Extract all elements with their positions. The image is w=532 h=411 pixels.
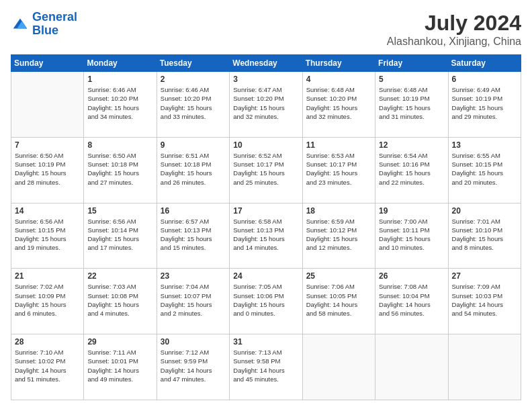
calendar-cell: 8Sunrise: 6:50 AMSunset: 10:18 PMDayligh… (84, 137, 157, 203)
calendar-header-row: SundayMondayTuesdayWednesdayThursdayFrid… (11, 55, 521, 72)
calendar-cell: 4Sunrise: 6:48 AMSunset: 10:20 PMDayligh… (302, 72, 375, 138)
day-number: 20 (452, 206, 517, 216)
day-info: Sunrise: 6:56 AMSunset: 10:15 PMDaylight… (15, 217, 80, 253)
day-info: Sunrise: 6:46 AMSunset: 10:20 PMDaylight… (87, 85, 152, 121)
logo-line1: General (32, 10, 77, 24)
calendar-header-monday: Monday (84, 55, 157, 72)
day-info: Sunrise: 7:11 AMSunset: 10:01 PMDaylight… (87, 348, 152, 383)
day-info: Sunrise: 6:51 AMSunset: 10:18 PMDaylight… (161, 151, 226, 187)
day-number: 11 (306, 140, 371, 150)
day-number: 8 (87, 140, 152, 150)
day-number: 9 (161, 140, 226, 150)
calendar-cell: 13Sunrise: 6:55 AMSunset: 10:15 PMDaylig… (448, 137, 521, 203)
day-info: Sunrise: 6:46 AMSunset: 10:20 PMDaylight… (161, 85, 226, 121)
calendar-cell: 26Sunrise: 7:08 AMSunset: 10:04 PMDaylig… (375, 269, 448, 334)
day-number: 3 (233, 75, 298, 84)
calendar-table: SundayMondayTuesdayWednesdayThursdayFrid… (11, 54, 521, 400)
day-info: Sunrise: 6:57 AMSunset: 10:13 PMDaylight… (161, 217, 226, 253)
day-info: Sunrise: 6:49 AMSunset: 10:19 PMDaylight… (452, 85, 517, 121)
logo-line2: Blue (32, 24, 58, 37)
day-number: 1 (87, 75, 152, 84)
day-info: Sunrise: 6:56 AMSunset: 10:14 PMDaylight… (87, 217, 152, 253)
day-number: 21 (15, 271, 80, 281)
calendar-cell: 21Sunrise: 7:02 AMSunset: 10:09 PMDaylig… (11, 269, 84, 334)
day-number: 15 (87, 206, 152, 216)
day-info: Sunrise: 6:48 AMSunset: 10:20 PMDaylight… (306, 85, 371, 121)
calendar-cell: 3Sunrise: 6:47 AMSunset: 10:20 PMDayligh… (230, 72, 302, 138)
calendar-cell (375, 334, 448, 400)
calendar-header-sunday: Sunday (11, 55, 84, 72)
day-info: Sunrise: 7:08 AMSunset: 10:04 PMDaylight… (379, 282, 444, 318)
calendar-cell: 12Sunrise: 6:54 AMSunset: 10:16 PMDaylig… (375, 137, 448, 203)
calendar-cell: 14Sunrise: 6:56 AMSunset: 10:15 PMDaylig… (11, 203, 84, 269)
calendar-header-thursday: Thursday (302, 55, 375, 72)
calendar-cell: 27Sunrise: 7:09 AMSunset: 10:03 PMDaylig… (448, 269, 521, 334)
day-info: Sunrise: 7:04 AMSunset: 10:07 PMDaylight… (161, 282, 226, 318)
day-number: 28 (15, 337, 80, 347)
day-number: 6 (452, 75, 517, 84)
day-number: 16 (161, 206, 226, 216)
day-info: Sunrise: 6:58 AMSunset: 10:13 PMDaylight… (233, 217, 298, 253)
calendar-week-4: 21Sunrise: 7:02 AMSunset: 10:09 PMDaylig… (11, 269, 521, 334)
day-number: 10 (233, 140, 298, 150)
day-info: Sunrise: 7:03 AMSunset: 10:08 PMDaylight… (87, 282, 152, 318)
header: General Blue July 2024 Alashankou, Xinji… (11, 11, 521, 48)
day-info: Sunrise: 7:06 AMSunset: 10:05 PMDaylight… (306, 282, 371, 318)
day-number: 5 (379, 75, 444, 84)
day-number: 17 (233, 206, 298, 216)
calendar-cell: 31Sunrise: 7:13 AMSunset: 9:58 PMDayligh… (230, 334, 302, 400)
day-info: Sunrise: 6:50 AMSunset: 10:19 PMDaylight… (15, 151, 80, 187)
calendar-cell: 17Sunrise: 6:58 AMSunset: 10:13 PMDaylig… (230, 203, 302, 269)
calendar-cell: 19Sunrise: 7:00 AMSunset: 10:11 PMDaylig… (375, 203, 448, 269)
calendar-cell: 29Sunrise: 7:11 AMSunset: 10:01 PMDaylig… (84, 334, 157, 400)
day-info: Sunrise: 7:02 AMSunset: 10:09 PMDaylight… (15, 282, 80, 318)
calendar-cell: 30Sunrise: 7:12 AMSunset: 9:59 PMDayligh… (157, 334, 229, 400)
day-info: Sunrise: 7:05 AMSunset: 10:06 PMDaylight… (233, 282, 298, 318)
day-info: Sunrise: 6:59 AMSunset: 10:12 PMDaylight… (306, 217, 371, 253)
day-number: 25 (306, 271, 371, 281)
calendar-cell: 25Sunrise: 7:06 AMSunset: 10:05 PMDaylig… (302, 269, 375, 334)
calendar-cell: 24Sunrise: 7:05 AMSunset: 10:06 PMDaylig… (230, 269, 302, 334)
location-title: Alashankou, Xinjiang, China (387, 36, 521, 48)
day-number: 18 (306, 206, 371, 216)
day-info: Sunrise: 6:54 AMSunset: 10:16 PMDaylight… (379, 151, 444, 187)
calendar-cell: 2Sunrise: 6:46 AMSunset: 10:20 PMDayligh… (157, 72, 229, 138)
day-info: Sunrise: 6:52 AMSunset: 10:17 PMDaylight… (233, 151, 298, 187)
calendar-week-1: 1Sunrise: 6:46 AMSunset: 10:20 PMDayligh… (11, 72, 521, 138)
day-number: 7 (15, 140, 80, 150)
calendar-cell: 23Sunrise: 7:04 AMSunset: 10:07 PMDaylig… (157, 269, 229, 334)
calendar-cell: 28Sunrise: 7:10 AMSunset: 10:02 PMDaylig… (11, 334, 84, 400)
calendar-cell: 1Sunrise: 6:46 AMSunset: 10:20 PMDayligh… (84, 72, 157, 138)
day-number: 24 (233, 271, 298, 281)
day-number: 23 (161, 271, 226, 281)
page: General Blue July 2024 Alashankou, Xinji… (0, 0, 532, 411)
day-info: Sunrise: 7:13 AMSunset: 9:58 PMDaylight:… (233, 348, 298, 383)
calendar-cell: 22Sunrise: 7:03 AMSunset: 10:08 PMDaylig… (84, 269, 157, 334)
day-info: Sunrise: 7:10 AMSunset: 10:02 PMDaylight… (15, 348, 80, 383)
day-number: 26 (379, 271, 444, 281)
calendar-cell: 9Sunrise: 6:51 AMSunset: 10:18 PMDayligh… (157, 137, 229, 203)
logo-text: General Blue (32, 11, 77, 38)
calendar-header-tuesday: Tuesday (157, 55, 229, 72)
day-info: Sunrise: 7:09 AMSunset: 10:03 PMDaylight… (452, 282, 517, 318)
day-number: 4 (306, 75, 371, 84)
month-title: July 2024 (387, 11, 521, 36)
calendar-week-2: 7Sunrise: 6:50 AMSunset: 10:19 PMDayligh… (11, 137, 521, 203)
day-number: 14 (15, 206, 80, 216)
day-number: 29 (87, 337, 152, 347)
day-number: 2 (161, 75, 226, 84)
day-number: 31 (233, 337, 298, 347)
calendar-header-saturday: Saturday (448, 55, 521, 72)
calendar-cell: 6Sunrise: 6:49 AMSunset: 10:19 PMDayligh… (448, 72, 521, 138)
day-info: Sunrise: 7:01 AMSunset: 10:10 PMDaylight… (452, 217, 517, 253)
title-block: July 2024 Alashankou, Xinjiang, China (387, 11, 521, 48)
day-info: Sunrise: 6:50 AMSunset: 10:18 PMDaylight… (87, 151, 152, 187)
calendar-cell: 11Sunrise: 6:53 AMSunset: 10:17 PMDaylig… (302, 137, 375, 203)
calendar-header-wednesday: Wednesday (230, 55, 302, 72)
calendar-header-friday: Friday (375, 55, 448, 72)
calendar-cell: 15Sunrise: 6:56 AMSunset: 10:14 PMDaylig… (84, 203, 157, 269)
day-number: 12 (379, 140, 444, 150)
logo: General Blue (11, 11, 77, 38)
calendar-cell (448, 334, 521, 400)
day-number: 30 (161, 337, 226, 347)
